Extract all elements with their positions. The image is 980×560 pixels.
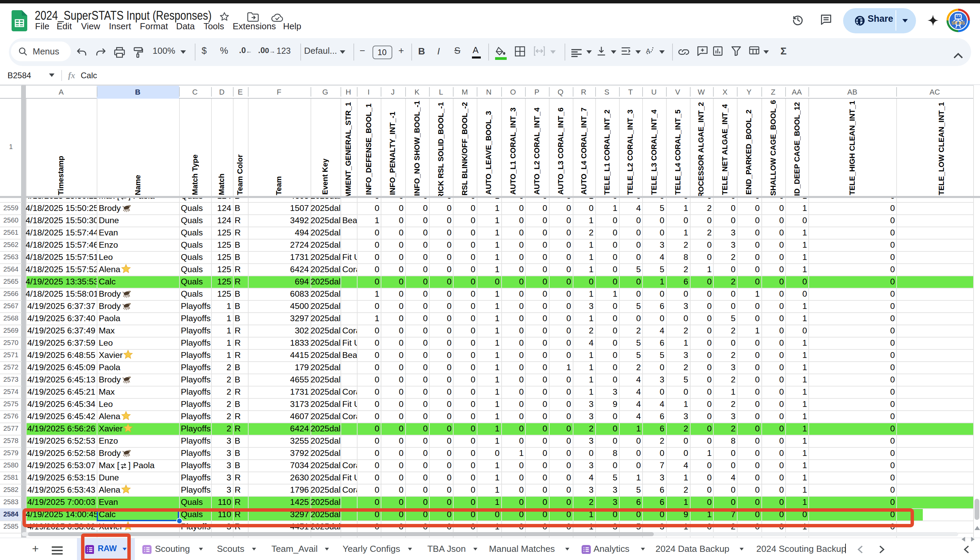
svg-text:A: A xyxy=(646,47,651,55)
svg-text:SP·HS: SP·HS xyxy=(952,20,965,25)
